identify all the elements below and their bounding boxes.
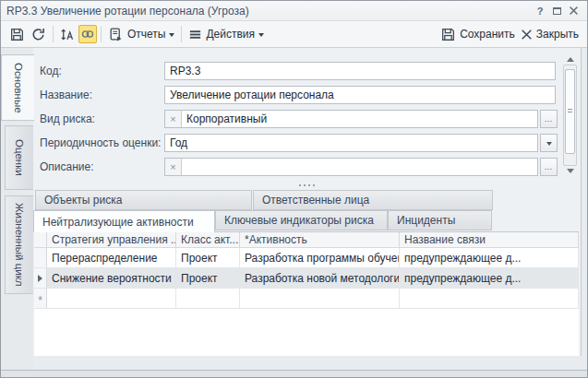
cell-activity[interactable] (240, 289, 400, 308)
tab-incidents[interactable]: Инциденты (388, 210, 492, 230)
toolbar-separator (181, 26, 182, 42)
row-auto-height-button[interactable] (57, 24, 78, 44)
close-icon (521, 29, 533, 41)
table-row[interactable]: Перераспределение Проект Разработка прог… (34, 248, 579, 268)
help-button[interactable]: ? (532, 3, 548, 18)
clear-icon[interactable]: × (165, 159, 182, 175)
close-icon (569, 6, 579, 16)
clear-icon[interactable]: × (165, 111, 182, 127)
current-row-icon (38, 275, 46, 282)
side-tab-assessments[interactable]: Оценки (5, 125, 33, 190)
cell-strategy[interactable] (47, 289, 176, 308)
reports-button[interactable]: Отчеты (105, 24, 177, 44)
content-panel: Код: RP3.3 Название: Увеличение ротации … (33, 48, 582, 356)
column-header-activity[interactable]: *Активность (240, 232, 400, 247)
toolbar-separator (101, 26, 102, 42)
save-button[interactable]: Сохранить (438, 24, 518, 44)
grid-header: Стратегия управления ... Класс акт... *А… (34, 232, 579, 248)
tab-responsible-persons[interactable]: Ответственные лица (253, 190, 493, 210)
column-header-link[interactable]: Название связи (400, 232, 579, 247)
side-tab-label: Оценки (14, 139, 25, 176)
close-button[interactable]: Закрыть (518, 24, 582, 44)
cell-activity[interactable]: Разработка новой методологии планиро... (240, 268, 400, 288)
side-tab-strip: Основные Оценки Жизненный цикл (1, 48, 33, 370)
save-icon (440, 27, 456, 42)
tab-label: Нейтрализующие активности (42, 216, 194, 229)
side-tab-label: Жизненный цикл (14, 203, 25, 287)
table-row-selected[interactable]: Снижение вероятности Проект Разработка н… (34, 268, 579, 289)
cell-class[interactable]: Проект (176, 248, 240, 267)
form-scrollbar (562, 53, 578, 178)
report-icon (108, 27, 124, 42)
code-input[interactable]: RP3.3 (164, 62, 556, 80)
field-row-period: Периодичность оценки: Год (40, 134, 558, 152)
maximize-button[interactable] (548, 3, 565, 18)
cell-link[interactable]: предупреждающее д... (400, 248, 579, 267)
tab-neutralizing-activities[interactable]: Нейтрализующие активности (33, 210, 215, 232)
field-row-code: Код: RP3.3 (40, 62, 556, 80)
window-bottom-edge (1, 370, 587, 377)
column-header-strategy[interactable]: Стратегия управления ... (47, 232, 176, 247)
actions-label: Действия (206, 28, 255, 41)
cell-strategy[interactable]: Снижение вероятности (47, 268, 176, 288)
risk-type-input[interactable]: × Корпоративный (164, 110, 538, 128)
splitter-handle[interactable] (33, 183, 581, 188)
scroll-up-button[interactable] (562, 53, 578, 65)
name-input[interactable]: Увеличение ротации персонала (164, 86, 556, 104)
refresh-icon (30, 27, 46, 42)
cell-strategy[interactable]: Перераспределение (47, 248, 176, 267)
chevron-down-icon (258, 33, 264, 40)
chevron-down-icon (546, 142, 552, 148)
cell-link[interactable]: предупреждающее д... (400, 268, 579, 288)
tab-label: Ответственные лица (262, 194, 369, 207)
field-row-risk-type: Вид риска: × Корпоративный … (40, 110, 558, 128)
save-icon-button[interactable] (6, 24, 28, 44)
table-new-row[interactable]: * (34, 289, 579, 309)
description-lookup-button[interactable]: … (540, 158, 558, 176)
activities-grid: Стратегия управления ... Класс акт... *А… (34, 231, 579, 356)
tab-label: Инциденты (397, 214, 455, 227)
row-selector[interactable]: * (34, 289, 47, 308)
risk-form-window: RP3.3 Увеличение ротации персонала (Угро… (0, 0, 588, 378)
tab-label: Ключевые индикаторы риска (224, 214, 374, 227)
scrollbar-thumb[interactable] (565, 69, 575, 154)
tab-risk-objects[interactable]: Объекты риска (35, 190, 252, 210)
side-tab-lifecycle[interactable]: Жизненный цикл (5, 195, 33, 294)
description-input[interactable]: × (164, 158, 538, 176)
menu-icon (188, 28, 202, 41)
refresh-button[interactable] (28, 24, 49, 44)
scroll-down-button[interactable] (562, 166, 578, 178)
column-header-class[interactable]: Класс акт... (176, 232, 240, 247)
reports-label: Отчеты (127, 28, 165, 41)
tab-key-risk-indicators[interactable]: Ключевые индикаторы риска (215, 210, 388, 230)
scrollbar-track[interactable] (563, 65, 577, 166)
side-tab-label: Основные (13, 63, 24, 113)
cell-activity[interactable]: Разработка программы обучения сотруд... (240, 248, 400, 267)
risk-type-lookup-button[interactable]: … (540, 110, 558, 128)
risk-type-value: Корпоративный (186, 112, 267, 125)
row-selector[interactable] (34, 248, 47, 267)
side-tab-main[interactable]: Основные (1, 54, 34, 121)
chain-link-icon (80, 27, 95, 41)
actions-button[interactable]: Действия (186, 24, 267, 44)
cell-link[interactable] (400, 289, 579, 308)
triangle-up-icon (567, 53, 574, 62)
link-toggle-button[interactable] (78, 25, 97, 43)
period-dropdown-button[interactable] (540, 134, 558, 152)
cell-class[interactable] (176, 289, 240, 308)
save-icon (9, 27, 25, 42)
chevron-down-icon (169, 33, 174, 40)
name-value: Увеличение ротации персонала (170, 89, 334, 101)
risk-type-label: Вид риска: (40, 112, 164, 125)
close-label: Закрыть (536, 28, 579, 41)
cell-class[interactable]: Проект (176, 268, 240, 288)
field-row-name: Название: Увеличение ротации персонала (40, 86, 556, 104)
period-input[interactable]: Год (164, 134, 538, 152)
toolbar: Отчеты Действия Сохранить Закрыть (1, 21, 587, 48)
row-selector[interactable] (34, 268, 47, 288)
tab-label: Объекты риска (44, 194, 122, 207)
window-close-button[interactable] (565, 3, 582, 18)
save-label: Сохранить (460, 28, 515, 41)
maximize-icon (553, 7, 561, 15)
window-title: RP3.3 Увеличение ротации персонала (Угро… (6, 5, 532, 18)
